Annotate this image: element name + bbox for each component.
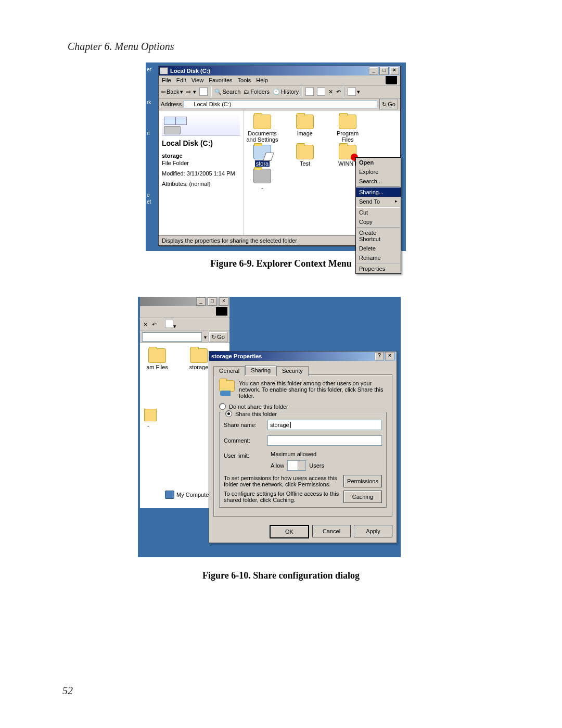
folder-icon [253, 115, 271, 129]
tab-general[interactable]: General [213, 366, 245, 376]
ctx-properties[interactable]: Properties [356, 264, 401, 273]
edge-label: rk [147, 99, 153, 105]
delete-button[interactable]: ✕ [328, 89, 333, 95]
close-button[interactable]: × [219, 297, 228, 306]
back-button[interactable]: ⇦ Back ▾ [161, 89, 183, 95]
ctx-cut[interactable]: Cut [356, 208, 401, 217]
chapter-heading: Chapter 6. Menu Options [68, 41, 174, 53]
folder-icon [148, 348, 166, 363]
history-button[interactable]: 🕘 History [273, 89, 299, 95]
selected-item-type: File Folder [162, 160, 240, 166]
undo-button[interactable]: ↶ [336, 89, 341, 95]
delete-button[interactable]: ✕ [143, 321, 148, 328]
shared-folder-icon [219, 380, 235, 395]
cancel-button[interactable]: Cancel [312, 525, 351, 537]
tab-security[interactable]: Security [276, 366, 309, 376]
menu-help[interactable]: Help [256, 77, 268, 83]
selected-item-attributes: Attributes: (normal) [162, 181, 240, 187]
maximize-button[interactable]: □ [208, 297, 217, 306]
ctx-create-shortcut[interactable]: Create Shortcut [356, 228, 401, 244]
address-label: Address [161, 101, 182, 107]
ctx-rename[interactable]: Rename [356, 253, 401, 262]
edge-label: n [147, 130, 153, 136]
edge-label: o [147, 192, 153, 198]
selected-item-name: storage [162, 153, 240, 159]
figure-caption: Figure 6-10. Share configuration dialog [0, 570, 562, 581]
figure-caption: Figure 6-9. Explorer Context Menu [0, 258, 562, 269]
views-button[interactable]: ▾ [348, 87, 360, 96]
radio-share-label: Share this folder [235, 411, 277, 417]
folder-item[interactable]: am Files [144, 348, 170, 370]
user-count-spinner[interactable]: ▲▼ [287, 460, 306, 471]
caching-text: To configure settings for Offline access… [224, 491, 339, 503]
context-menu: Open Explore Search... Sharing... Send T… [355, 157, 401, 274]
folder-item[interactable]: Test [288, 145, 322, 167]
radio-max-allowed[interactable]: Maximum allowed [267, 451, 382, 457]
permissions-text: To set permissions for how users access … [224, 475, 339, 487]
sharename-input[interactable]: storage [267, 420, 382, 430]
ctx-explore[interactable]: Explore [356, 167, 401, 177]
copyto-button[interactable] [317, 87, 325, 96]
info-pane: Local Disk (C:) storage File Folder Modi… [159, 110, 244, 235]
ctx-search[interactable]: Search... [356, 177, 401, 186]
userlimit-label: User limit: [224, 453, 264, 459]
undo-button[interactable]: ↶ [152, 321, 157, 328]
folders-button[interactable]: 🗂 Folders [244, 89, 270, 95]
menu-bar: File Edit View Favorites Tools Help [159, 76, 400, 85]
radio-do-not-share[interactable]: Do not share this folder [219, 403, 387, 410]
menu-edit[interactable]: Edit [176, 77, 186, 83]
throbber-icon [216, 307, 227, 316]
caching-button[interactable]: Caching [343, 491, 382, 503]
views-button[interactable]: ▾ [165, 320, 176, 330]
folder-item[interactable]: Documents and Settings [246, 115, 279, 143]
ctx-delete[interactable]: Delete [356, 244, 401, 253]
comment-input[interactable] [267, 435, 382, 446]
folder-icon [339, 145, 356, 159]
selected-item-modified: Modified: 3/11/2005 1:14 PM [162, 170, 240, 177]
drive-icon [160, 67, 168, 74]
folder-item-selected[interactable]: stora [246, 145, 279, 167]
folder-item[interactable]: Program Files [331, 115, 364, 143]
intro-text: You can share this folder among other us… [239, 380, 387, 399]
window-title: Local Disk (C:) [170, 68, 210, 74]
folder-item[interactable]: storage [186, 348, 212, 370]
properties-dialog: storage Properties ? × General Sharing S… [209, 351, 397, 543]
menu-view[interactable]: View [191, 77, 204, 83]
maximize-button[interactable]: □ [379, 67, 389, 75]
folder-item[interactable]: image [288, 115, 322, 143]
ctx-copy[interactable]: Copy [356, 217, 401, 227]
folder-icon [144, 409, 157, 421]
help-button[interactable]: ? [375, 352, 384, 360]
up-button[interactable] [199, 87, 208, 96]
folder-icon [190, 348, 208, 363]
permissions-button[interactable]: Permissions [343, 475, 382, 487]
go-button[interactable]: ↻ Go [379, 99, 398, 109]
sharing-tab-pane: You can share this folder among other us… [213, 374, 392, 517]
address-input[interactable] [184, 100, 377, 108]
moveto-button[interactable] [305, 87, 314, 96]
tab-sharing[interactable]: Sharing [245, 365, 276, 375]
apply-button[interactable]: Apply [354, 525, 392, 537]
address-input[interactable] [142, 332, 202, 342]
edge-label: er [147, 67, 153, 72]
ok-button[interactable]: OK [270, 525, 309, 538]
minimize-button[interactable]: _ [196, 297, 206, 306]
minimize-button[interactable]: _ [369, 67, 378, 75]
figure-6-9: er rk n o et Local Disk (C:) _ □ × File … [146, 62, 406, 251]
close-button[interactable]: × [385, 352, 394, 360]
ctx-sharing[interactable]: Sharing... [356, 187, 401, 197]
menu-file[interactable]: File [162, 77, 171, 83]
menu-tools[interactable]: Tools [238, 77, 251, 83]
radio-share[interactable] [225, 410, 232, 417]
forward-button[interactable]: ⇨ ▾ [186, 89, 196, 95]
folder-icon [296, 145, 314, 159]
ctx-sendto[interactable]: Send To [356, 197, 401, 206]
ctx-open[interactable]: Open [356, 158, 401, 167]
close-button[interactable]: × [390, 67, 399, 75]
folder-item[interactable]: - [246, 169, 279, 191]
folder-icon [253, 145, 271, 159]
search-button[interactable]: 🔍 Search [214, 89, 241, 95]
menu-favorites[interactable]: Favorites [209, 77, 232, 83]
go-button[interactable]: ↻ Go [209, 332, 227, 342]
item-label: - [147, 422, 149, 429]
